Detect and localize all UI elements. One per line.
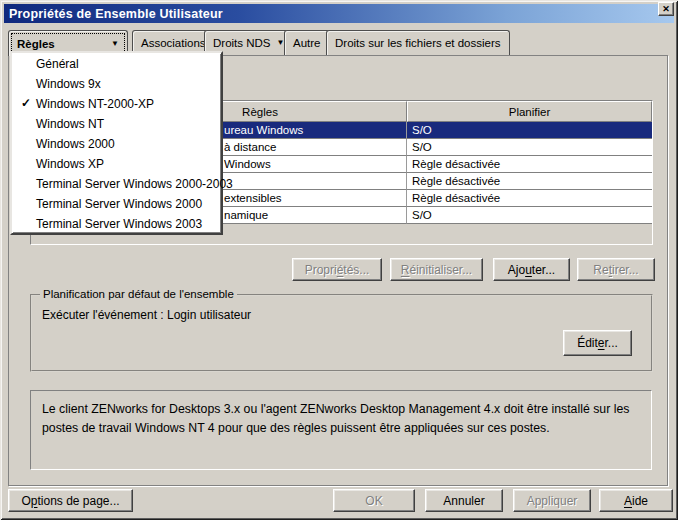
properties-button[interactable]: Propriétés... [292, 258, 382, 281]
add-button[interactable]: Ajouter... [493, 258, 570, 281]
tab-autre[interactable]: Autre [284, 30, 330, 55]
tab-label: Droits NDS [213, 37, 271, 49]
menu-item-label: Terminal Server Windows 2000-2003 [36, 177, 233, 191]
edit-button[interactable]: Éditer... [563, 330, 632, 356]
schedule-cell: S/O [407, 207, 652, 224]
schedule-cell: Règle désactivée [407, 190, 652, 207]
menu-item-label: Windows NT-2000-XP [36, 97, 154, 111]
close-icon: ✕ [662, 5, 670, 14]
help-button[interactable]: Aide [599, 489, 673, 512]
schedule-event-text: Exécuter l'événement : Login utilisateur [42, 308, 251, 322]
tab-label: Droits sur les fichiers et dossiers [335, 37, 501, 49]
menu-item-label: Windows NT [36, 117, 104, 131]
menu-item-label: Windows 2000 [36, 137, 115, 151]
check-icon: ✓ [21, 96, 31, 110]
menu-item-label: Terminal Server Windows 2000 [36, 197, 202, 211]
tab-label: Autre [293, 37, 321, 49]
page-options-button[interactable]: Options de page... [8, 489, 133, 512]
menu-item-ts-windows-2000[interactable]: ✓ Terminal Server Windows 2000 [12, 194, 221, 214]
schedule-cell: S/O [407, 139, 652, 156]
info-text: Le client ZENworks for Desktops 3.x ou l… [42, 402, 629, 435]
menu-item-label: Windows 9x [36, 77, 101, 91]
focus-rectangle [11, 33, 125, 53]
reset-button[interactable]: Réinitialiser... [390, 258, 483, 281]
close-button[interactable]: ✕ [658, 2, 674, 16]
window-title: Propriétés de Ensemble Utilisateur [9, 7, 223, 21]
menu-item-windows-nt-2000-xp[interactable]: ✓ Windows NT-2000-XP [12, 94, 221, 114]
table-header-planifier[interactable]: Planifier [407, 101, 652, 122]
schedule-cell: Règle désactivée [407, 173, 652, 190]
group-title: Planification par défaut de l'ensemble [40, 288, 237, 300]
menu-item-windows-9x[interactable]: ✓ Windows 9x [12, 74, 221, 94]
titlebar: Propriétés de Ensemble Utilisateur [4, 4, 674, 23]
menu-item-windows-nt[interactable]: ✓ Windows NT [12, 114, 221, 134]
default-schedule-group: Planification par défaut de l'ensemble E… [30, 294, 653, 372]
menu-item-windows-2000[interactable]: ✓ Windows 2000 [12, 134, 221, 154]
cancel-button[interactable]: Annuler [425, 489, 503, 512]
menu-item-ts-windows-2000-2003[interactable]: ✓ Terminal Server Windows 2000-2003 [12, 174, 221, 194]
menu-item-label: Windows XP [36, 157, 104, 171]
menu-item-label: Terminal Server Windows 2003 [36, 217, 202, 231]
menu-item-ts-windows-2003[interactable]: ✓ Terminal Server Windows 2003 [12, 214, 221, 234]
ok-button[interactable]: OK [333, 489, 415, 512]
schedule-cell: Règle désactivée [407, 156, 652, 173]
regles-dropdown-menu: ✓ Général ✓ Windows 9x ✓ Windows NT-2000… [10, 51, 223, 235]
schedule-cell: S/O [407, 122, 652, 139]
info-box: Le client ZENworks for Desktops 3.x ou l… [30, 390, 652, 470]
tab-label: Associations [141, 37, 206, 49]
menu-item-label: Général [36, 57, 79, 71]
tab-droits-fichiers[interactable]: Droits sur les fichiers et dossiers [326, 30, 510, 55]
menu-item-general[interactable]: ✓ Général [12, 54, 221, 74]
apply-button[interactable]: Appliquer [513, 489, 591, 512]
remove-button[interactable]: Retirer... [577, 258, 655, 281]
menu-item-windows-xp[interactable]: ✓ Windows XP [12, 154, 221, 174]
properties-dialog: Propriétés de Ensemble Utilisateur ✕ Règ… [0, 0, 678, 520]
